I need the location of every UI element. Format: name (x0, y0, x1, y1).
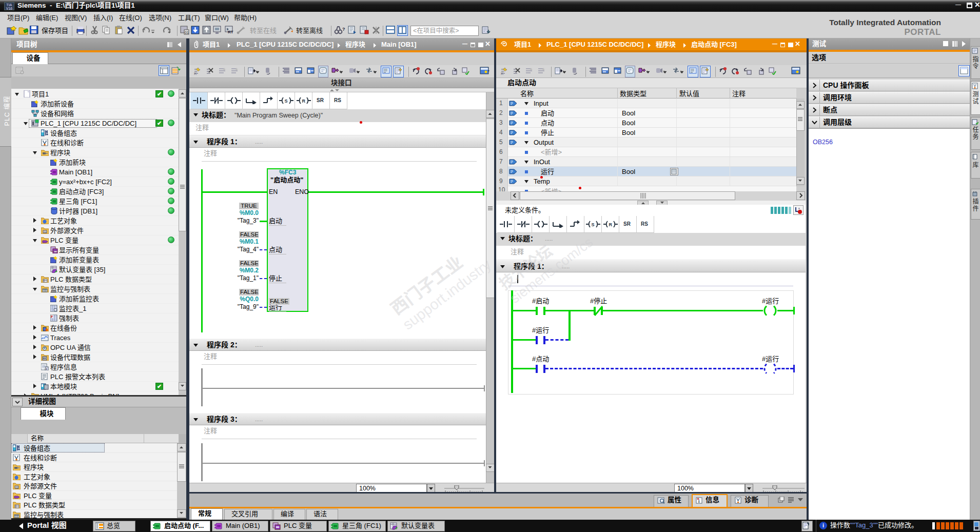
svg-text:R: R (609, 222, 613, 227)
svg-text:S: S (285, 98, 288, 104)
svg-text:?: ? (342, 27, 345, 32)
svg-text:RT: RT (228, 30, 233, 34)
svg-text:01: 01 (15, 486, 18, 489)
svg-text:F: F (51, 315, 53, 319)
svg-text:K: K (501, 71, 504, 75)
svg-text:S: S (592, 222, 595, 227)
svg-text:01: 01 (44, 230, 47, 233)
svg-text:K: K (194, 71, 197, 75)
svg-text:i: i (698, 499, 700, 504)
svg-text:01: 01 (185, 31, 189, 34)
svg-text:R: R (302, 98, 306, 104)
